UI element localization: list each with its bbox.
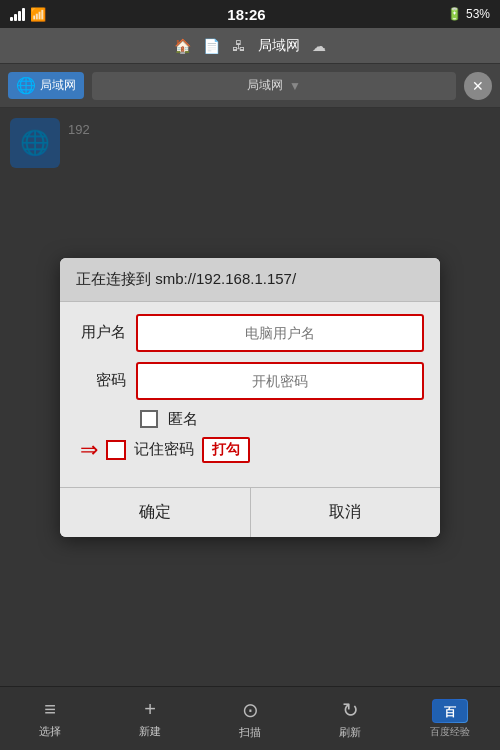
- new-icon: +: [144, 698, 156, 721]
- wifi-icon: 📶: [30, 7, 46, 22]
- baidu-logo-icon: 百: [432, 699, 468, 723]
- dialog-header: 正在连接到 smb://192.168.1.157/: [60, 258, 440, 302]
- bottom-nav-new[interactable]: + 新建: [100, 698, 200, 739]
- remember-label: 记住密码: [134, 440, 194, 459]
- cloud-icon[interactable]: ☁: [312, 38, 326, 54]
- nav-bar: 🏠 📄 🖧 局域网 ☁: [0, 28, 500, 64]
- tab-title: 局域网: [40, 77, 76, 94]
- browser-nav-title: 局域网: [247, 77, 283, 94]
- status-bar: 📶 18:26 🔋 53%: [0, 0, 500, 28]
- password-input[interactable]: [136, 362, 424, 400]
- status-time: 18:26: [227, 6, 265, 23]
- svg-text:百: 百: [444, 705, 457, 719]
- refresh-label: 刷新: [339, 725, 361, 740]
- username-input[interactable]: [136, 314, 424, 352]
- select-label: 选择: [39, 724, 61, 739]
- cancel-button[interactable]: 取消: [251, 488, 441, 537]
- bottom-nav-refresh[interactable]: ↻ 刷新: [300, 698, 400, 740]
- new-label: 新建: [139, 724, 161, 739]
- tick-badge[interactable]: 打勾: [202, 437, 250, 463]
- browser-title-bar: 局域网 ▼: [92, 72, 456, 100]
- anonymous-row: 匿名: [76, 410, 424, 429]
- password-row: 密码: [76, 362, 424, 400]
- dialog-footer: 确定 取消: [60, 487, 440, 537]
- bottom-nav-baidu[interactable]: 百 百度经验: [400, 699, 500, 739]
- arrow-icon: ⇒: [80, 437, 98, 463]
- page-icon[interactable]: 📄: [203, 38, 220, 54]
- signal-icon: [10, 7, 25, 21]
- connection-dialog: 正在连接到 smb://192.168.1.157/ 用户名 密码: [60, 258, 440, 537]
- anonymous-checkbox[interactable]: [140, 410, 158, 428]
- remember-row: ⇒ 记住密码 打勾: [76, 437, 424, 463]
- close-icon: ✕: [472, 78, 484, 94]
- browser-arrow-icon: ▼: [289, 79, 301, 93]
- dialog-overlay: 正在连接到 smb://192.168.1.157/ 用户名 密码: [0, 108, 500, 686]
- battery-icon: 🔋: [447, 7, 462, 21]
- username-row: 用户名: [76, 314, 424, 352]
- tab-globe-icon: 🌐: [16, 76, 36, 95]
- status-left: 📶: [10, 7, 46, 22]
- home-icon[interactable]: 🏠: [174, 38, 191, 54]
- battery-percent: 53%: [466, 7, 490, 21]
- bottom-nav-select[interactable]: ≡ 选择: [0, 698, 100, 739]
- dialog-header-text: 正在连接到 smb://192.168.1.157/: [76, 270, 296, 287]
- browser-close-button[interactable]: ✕: [464, 72, 492, 100]
- browser-bar: 🌐 局域网 局域网 ▼ ✕: [0, 64, 500, 108]
- confirm-button[interactable]: 确定: [60, 488, 251, 537]
- scan-icon: ⊙: [242, 698, 259, 722]
- status-right: 🔋 53%: [447, 7, 490, 21]
- baidu-label: 百度经验: [430, 725, 470, 739]
- nav-title-text: 局域网: [258, 37, 300, 55]
- select-icon: ≡: [44, 698, 56, 721]
- dialog-body: 用户名 密码 匿名 ⇒ 记住密码: [60, 302, 440, 487]
- bottom-nav-scan[interactable]: ⊙ 扫描: [200, 698, 300, 740]
- nav-icons-left[interactable]: 🏠 📄 🖧 局域网 ☁: [174, 37, 326, 55]
- refresh-icon: ↻: [342, 698, 359, 722]
- anonymous-label: 匿名: [168, 410, 198, 429]
- network-icon[interactable]: 🖧: [232, 38, 246, 54]
- browser-tab[interactable]: 🌐 局域网: [8, 72, 84, 99]
- bottom-nav: ≡ 选择 + 新建 ⊙ 扫描 ↻ 刷新 百 百度经验: [0, 686, 500, 750]
- remember-checkbox[interactable]: [106, 440, 126, 460]
- scan-label: 扫描: [239, 725, 261, 740]
- username-label: 用户名: [76, 323, 126, 342]
- main-content: 🌐 192 正在连接到 smb://192.168.1.157/ 用户名 密码: [0, 108, 500, 686]
- password-label: 密码: [76, 371, 126, 390]
